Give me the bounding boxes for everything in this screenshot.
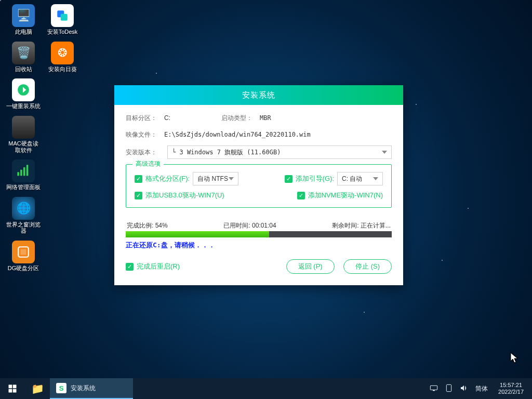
app-icon: S	[56, 383, 66, 393]
install-version-select[interactable]: └ 3 Windows 7 旗舰版 (11.60GB)	[167, 145, 392, 159]
dialog-body: 目标分区： C: 启动类型： MBR 映像文件： E:\SdsZjds/down…	[114, 105, 403, 285]
boot-type-label: 启动类型：	[221, 114, 260, 123]
boot-type-value: MBR	[260, 114, 271, 122]
sunflower-icon: ❂	[51, 42, 74, 64]
add-boot-checkbox[interactable]	[285, 175, 292, 183]
action-center-icon[interactable]	[445, 384, 453, 394]
svg-rect-1	[20, 170, 22, 176]
icon-label: 安装ToDesk	[47, 29, 78, 35]
icon-label: 回收站	[15, 66, 32, 73]
svg-rect-13	[433, 390, 435, 391]
svg-rect-9	[13, 385, 17, 389]
target-partition-label: 目标分区：	[126, 114, 164, 123]
progress-percent: 完成比例: 54%	[127, 221, 168, 230]
svg-rect-12	[430, 385, 437, 390]
taskbar-item-label: 安装系统	[71, 384, 96, 393]
chevron-down-icon	[373, 177, 378, 180]
icon-label: 世界之窗浏览器	[6, 221, 41, 234]
desktop-icon-one-key-reinstall[interactable]: 一键重装系统	[5, 77, 42, 111]
mouse-cursor-icon	[510, 352, 518, 364]
status-text: 正在还原C:盘，请稍候．．．	[126, 241, 392, 250]
globe-icon: 🌐	[12, 197, 35, 220]
elapsed-time: 已用时间: 00:01:04	[223, 221, 276, 230]
file-explorer-button[interactable]: 📁	[25, 378, 50, 399]
format-partition-label: 格式化分区(F):	[145, 174, 190, 183]
icon-label: DG硬盘分区	[8, 265, 39, 272]
trash-icon: 🗑️	[12, 42, 35, 64]
icon-label: 一键重装系统	[6, 103, 41, 110]
desktop-icon-column-2: 安装ToDesk ❂ 安装向日葵	[44, 3, 81, 73]
progress-bar-fill	[126, 231, 269, 237]
svg-rect-11	[13, 389, 17, 393]
add-usb3-driver-checkbox[interactable]	[135, 192, 142, 200]
install-system-dialog: 安装系统 目标分区： C: 启动类型： MBR 映像文件： E:\SdsZjds…	[114, 85, 403, 285]
add-usb3-driver-label: 添加USB3.0驱动-WIN7(U)	[145, 191, 224, 200]
stop-button[interactable]: 停止 (S)	[343, 259, 392, 274]
svg-rect-8	[9, 385, 12, 389]
progress-area: 完成比例: 54% 已用时间: 00:01:04 剩余时间: 正在计算... 正…	[126, 221, 392, 250]
image-file-value: E:\SdsZjds/download/win764_20220110.wim	[164, 131, 311, 138]
network-tray-icon[interactable]	[430, 384, 438, 393]
desktop-icon-recycle-bin[interactable]: 🗑️ 回收站	[5, 41, 42, 74]
format-type-value: 自动 NTFS	[197, 175, 228, 183]
svg-rect-10	[9, 389, 12, 393]
tray-time: 15:57:21	[498, 382, 524, 389]
taskbar-item-install-system[interactable]: S 安装系统	[50, 378, 133, 399]
taskbar: 📁 S 安装系统 简体 15:57:21 2022/2/17	[0, 378, 532, 399]
advanced-options-group: 高级选项 格式化分区(F): 自动 NTFS 添加引导(G): C: 自动	[126, 164, 392, 208]
advanced-legend: 高级选项	[132, 159, 164, 168]
folder-icon: 📁	[31, 382, 44, 395]
target-partition-value: C:	[164, 114, 221, 122]
dialog-title: 安装系统	[114, 85, 403, 105]
add-boot-value: C: 自动	[342, 175, 362, 183]
svg-rect-14	[446, 384, 451, 391]
desktop-icon-theworld-browser[interactable]: 🌐 世界之窗浏览器	[5, 196, 42, 235]
icon-label: 安装向日葵	[48, 66, 77, 73]
desktop-icon-dg-partition[interactable]: DG硬盘分区	[5, 240, 42, 273]
format-partition-checkbox[interactable]	[135, 175, 142, 183]
svg-rect-7	[61, 14, 68, 21]
svg-rect-0	[17, 172, 19, 176]
icon-label: MAC硬盘读取软件	[6, 140, 41, 153]
desktop-icon-network-panel[interactable]: 网络管理面板	[5, 158, 42, 192]
remaining-time: 剩余时间: 正在计算...	[332, 221, 391, 230]
monitor-icon: 🖥️	[12, 4, 35, 27]
svg-rect-2	[23, 167, 25, 176]
install-version-value: └ 3 Windows 7 旗舰版 (11.60GB)	[172, 148, 281, 157]
desktop-icon-mac-disk-reader[interactable]: MAC硬盘读取软件	[5, 115, 42, 154]
icon-label: 网络管理面板	[6, 184, 41, 191]
chevron-down-icon	[229, 177, 234, 180]
svg-rect-3	[26, 165, 29, 176]
desktop-icon-install-todesk[interactable]: 安装ToDesk	[44, 3, 81, 36]
tray-date: 2022/2/17	[498, 389, 524, 395]
volume-icon[interactable]	[460, 384, 468, 393]
reinstall-icon	[12, 78, 35, 101]
format-type-select[interactable]: 自动 NTFS	[193, 172, 238, 185]
network-icon	[12, 159, 35, 182]
diskgenius-icon	[12, 241, 35, 263]
svg-rect-5	[21, 249, 26, 255]
image-file-label: 映像文件：	[126, 130, 164, 139]
start-button[interactable]	[0, 378, 25, 399]
progress-bar	[126, 231, 392, 237]
install-version-label: 安装版本：	[126, 148, 164, 157]
reboot-after-label: 完成后重启(R)	[137, 262, 180, 271]
system-tray: 简体 15:57:21 2022/2/17	[424, 382, 532, 395]
ime-indicator[interactable]: 简体	[475, 384, 488, 393]
icon-label: 此电脑	[15, 29, 32, 35]
apple-icon	[12, 116, 35, 139]
tray-clock[interactable]: 15:57:21 2022/2/17	[495, 382, 527, 395]
add-boot-label: 添加引导(G):	[296, 174, 334, 183]
add-nvme-driver-checkbox[interactable]	[297, 192, 305, 200]
todesk-icon	[51, 4, 74, 27]
chevron-down-icon	[382, 151, 387, 154]
add-nvme-driver-label: 添加NVME驱动-WIN7(N)	[308, 191, 383, 200]
back-button[interactable]: 返回 (P)	[286, 259, 335, 274]
reboot-after-checkbox[interactable]	[126, 263, 134, 271]
windows-icon	[8, 384, 17, 393]
desktop-icon-install-sunlogin[interactable]: ❂ 安装向日葵	[44, 41, 81, 74]
add-boot-select[interactable]: C: 自动	[337, 172, 383, 185]
desktop-icon-this-pc[interactable]: 🖥️ 此电脑	[5, 3, 42, 36]
